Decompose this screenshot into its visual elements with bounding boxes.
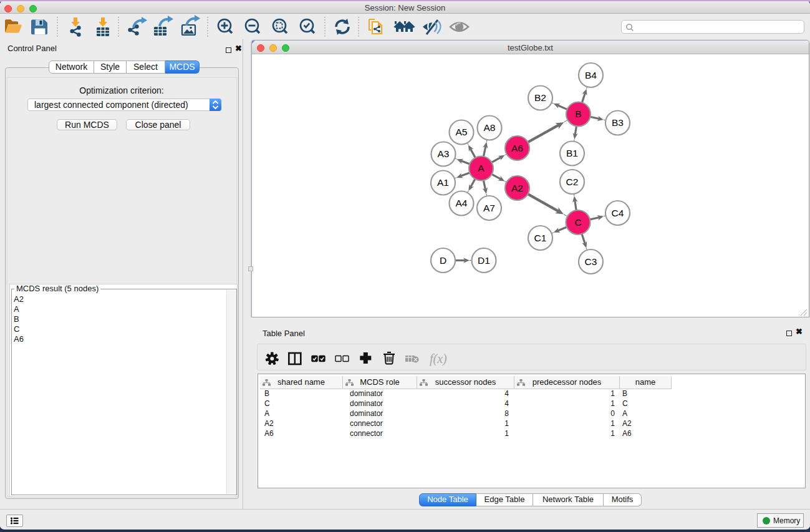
- svg-text:B1: B1: [566, 148, 578, 158]
- svg-text:B: B: [575, 109, 581, 119]
- svg-text:B3: B3: [612, 117, 624, 128]
- svg-text:B4: B4: [585, 70, 597, 80]
- svg-text:D1: D1: [478, 255, 490, 266]
- svg-text:A4: A4: [456, 198, 468, 208]
- svg-text:C: C: [574, 217, 581, 228]
- svg-text:A3: A3: [438, 148, 450, 159]
- svg-text:C2: C2: [566, 177, 579, 187]
- svg-text:B2: B2: [534, 92, 546, 103]
- svg-text:A7: A7: [483, 203, 495, 213]
- svg-text:A6: A6: [511, 143, 523, 153]
- svg-text:D: D: [440, 255, 446, 266]
- svg-text:C3: C3: [585, 256, 597, 267]
- svg-text:C4: C4: [612, 208, 624, 218]
- svg-text:f(x): f(x): [430, 352, 447, 366]
- svg-text:A2: A2: [511, 183, 523, 193]
- svg-text:A1: A1: [437, 177, 449, 188]
- svg-text:C1: C1: [534, 233, 547, 243]
- svg-text:A: A: [478, 163, 485, 173]
- svg-text:A8: A8: [484, 122, 496, 133]
- svg-text:A5: A5: [456, 127, 468, 137]
